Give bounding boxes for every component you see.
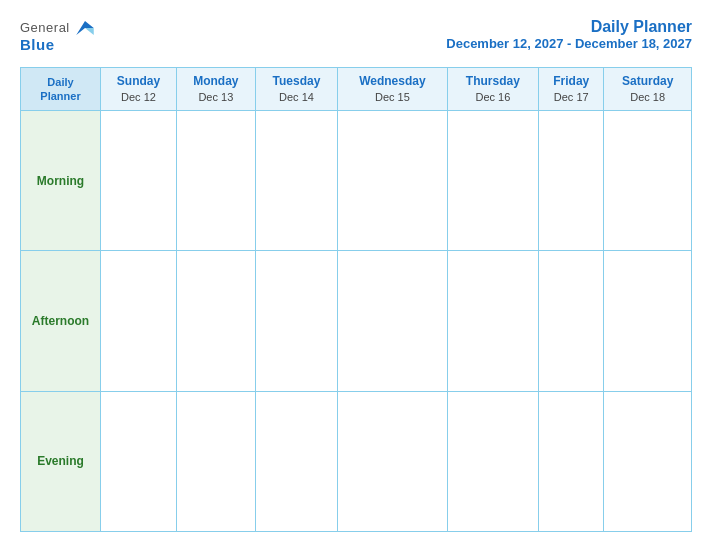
page: General Blue Daily Planner December 12, … xyxy=(0,0,712,550)
evening-row: Evening xyxy=(21,391,692,531)
morning-thursday[interactable] xyxy=(447,110,538,250)
col-tuesday: Tuesday Dec 14 xyxy=(255,68,337,111)
afternoon-tuesday[interactable] xyxy=(255,251,337,391)
title-block: Daily Planner December 12, 2027 - Decemb… xyxy=(446,18,692,51)
afternoon-label: Afternoon xyxy=(21,251,101,391)
col-sunday: Sunday Dec 12 xyxy=(101,68,177,111)
evening-saturday[interactable] xyxy=(604,391,692,531)
evening-label: Evening xyxy=(21,391,101,531)
day-name-friday: Friday xyxy=(543,74,599,90)
morning-monday[interactable] xyxy=(176,110,255,250)
logo-text: General xyxy=(20,18,94,36)
afternoon-sunday[interactable] xyxy=(101,251,177,391)
morning-row: Morning xyxy=(21,110,692,250)
afternoon-wednesday[interactable] xyxy=(338,251,447,391)
afternoon-saturday[interactable] xyxy=(604,251,692,391)
header-row: DailyPlanner Sunday Dec 12 Monday Dec 13… xyxy=(21,68,692,111)
day-name-saturday: Saturday xyxy=(608,74,687,90)
col-saturday: Saturday Dec 18 xyxy=(604,68,692,111)
day-name-tuesday: Tuesday xyxy=(260,74,333,90)
afternoon-monday[interactable] xyxy=(176,251,255,391)
evening-monday[interactable] xyxy=(176,391,255,531)
day-date-wednesday: Dec 15 xyxy=(342,90,442,104)
day-date-friday: Dec 17 xyxy=(543,90,599,104)
afternoon-thursday[interactable] xyxy=(447,251,538,391)
day-date-thursday: Dec 16 xyxy=(452,90,534,104)
evening-wednesday[interactable] xyxy=(338,391,447,531)
morning-sunday[interactable] xyxy=(101,110,177,250)
svg-marker-1 xyxy=(85,28,94,35)
logo-bird-icon xyxy=(76,21,94,35)
morning-friday[interactable] xyxy=(539,110,604,250)
evening-thursday[interactable] xyxy=(447,391,538,531)
logo-blue: Blue xyxy=(20,36,55,53)
title-main: Daily Planner xyxy=(446,18,692,36)
col-friday: Friday Dec 17 xyxy=(539,68,604,111)
afternoon-friday[interactable] xyxy=(539,251,604,391)
day-date-saturday: Dec 18 xyxy=(608,90,687,104)
col-thursday: Thursday Dec 16 xyxy=(447,68,538,111)
day-name-monday: Monday xyxy=(181,74,251,90)
day-name-wednesday: Wednesday xyxy=(342,74,442,90)
morning-wednesday[interactable] xyxy=(338,110,447,250)
day-date-tuesday: Dec 14 xyxy=(260,90,333,104)
day-date-monday: Dec 13 xyxy=(181,90,251,104)
col-wednesday: Wednesday Dec 15 xyxy=(338,68,447,111)
day-name-sunday: Sunday xyxy=(105,74,172,90)
morning-tuesday[interactable] xyxy=(255,110,337,250)
day-date-sunday: Dec 12 xyxy=(105,90,172,104)
morning-saturday[interactable] xyxy=(604,110,692,250)
day-name-thursday: Thursday xyxy=(452,74,534,90)
afternoon-row: Afternoon xyxy=(21,251,692,391)
column-header-label: DailyPlanner xyxy=(21,68,101,111)
planner-table: DailyPlanner Sunday Dec 12 Monday Dec 13… xyxy=(20,67,692,532)
morning-label: Morning xyxy=(21,110,101,250)
logo: General Blue xyxy=(20,18,94,53)
header: General Blue Daily Planner December 12, … xyxy=(20,18,692,53)
logo-general: General xyxy=(20,20,70,35)
evening-sunday[interactable] xyxy=(101,391,177,531)
title-sub: December 12, 2027 - December 18, 2027 xyxy=(446,36,692,51)
evening-tuesday[interactable] xyxy=(255,391,337,531)
col-monday: Monday Dec 13 xyxy=(176,68,255,111)
evening-friday[interactable] xyxy=(539,391,604,531)
